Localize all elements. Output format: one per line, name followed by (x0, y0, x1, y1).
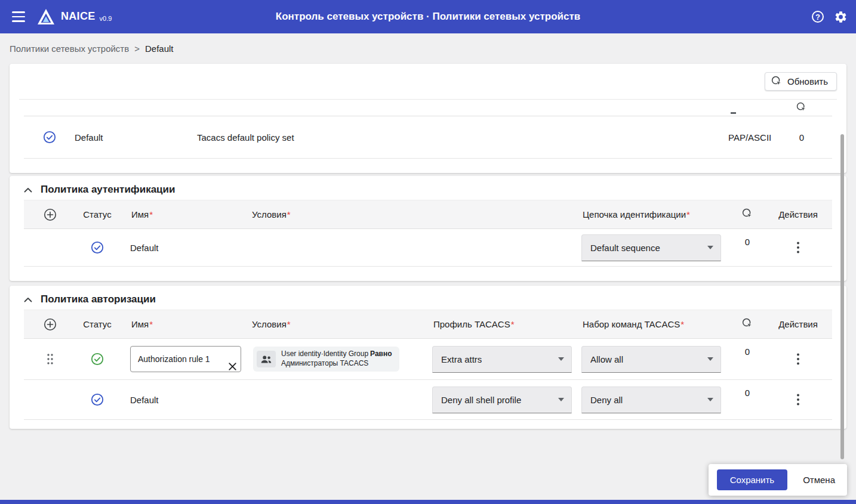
tacacs-profile-select[interactable]: Extra attrs (432, 346, 572, 373)
row-actions-menu-button[interactable] (795, 391, 802, 408)
command-set-select[interactable]: Deny all (581, 386, 721, 413)
authorization-table-header: Статус Имя* Условия* Профиль TACACS* Наб… (24, 310, 832, 339)
authorization-rule-row: User identity·Identity GroupРавно Админи… (24, 339, 832, 380)
authorization-rule-row: Default Deny all shell profile Deny all … (24, 380, 832, 420)
topbar: NAICE v0.9 Контроль сетевых устройств · … (0, 0, 856, 33)
page-title: Контроль сетевых устройств · Политики се… (276, 11, 580, 23)
rule-hits: 0 (745, 339, 750, 357)
bottom-bar-edge (0, 500, 856, 504)
chevron-down-icon (558, 357, 564, 361)
column-header-command-set: Набор команд TACACS* (581, 319, 731, 329)
brand-name: NAICE (61, 10, 96, 23)
section-title: Политика аутентификации (41, 184, 175, 196)
topbar-right: ? (812, 10, 848, 24)
plus-circle-icon (44, 208, 57, 221)
section-title: Политика авторизации (41, 293, 156, 305)
cancel-button[interactable]: Отмена (802, 471, 836, 488)
status-ok-icon (91, 241, 104, 254)
column-header-name: Имя* (118, 209, 251, 219)
clipped-header-text-fragment (731, 112, 736, 114)
status-ok-icon (91, 353, 104, 366)
column-header-status: Статус (83, 209, 111, 219)
identity-chain-select[interactable]: Default sequence (581, 234, 721, 261)
policy-set-protocols: PAP/ASCII (728, 132, 787, 143)
select-value: Deny all (590, 395, 623, 405)
clear-input-icon[interactable] (228, 362, 237, 371)
breadcrumb-current: Default (145, 44, 174, 54)
breadcrumb-separator: > (134, 44, 140, 54)
hits-icon (771, 76, 783, 87)
settings-gear-icon[interactable] (834, 10, 848, 24)
column-header-conditions: Условия* (251, 319, 432, 329)
save-button[interactable]: Сохранить (717, 469, 788, 490)
select-value: Allow all (590, 354, 623, 364)
rule-name: Default (118, 395, 251, 405)
row-actions-menu-button[interactable] (795, 351, 802, 367)
select-value: Default sequence (590, 243, 660, 253)
column-header-actions: Действия (778, 319, 818, 329)
menu-hamburger-icon[interactable] (8, 8, 29, 25)
add-rule-button[interactable] (41, 206, 59, 224)
condition-text: User identity·Identity GroupРавно Админи… (281, 350, 392, 368)
chevron-up-icon (24, 297, 32, 302)
policy-set-description: Tacacs default policy set (197, 132, 728, 143)
column-header-conditions: Условия* (251, 209, 581, 219)
kebab-icon (797, 353, 799, 365)
brand-version: v0.9 (100, 15, 112, 22)
column-header-status: Статус (83, 319, 111, 329)
chevron-up-icon (24, 187, 32, 193)
hits-icon (742, 208, 753, 221)
plus-circle-icon (44, 318, 57, 331)
authentication-table: Статус Имя* Условия* Цепочка идентификац… (24, 200, 832, 267)
rule-name: Default (118, 243, 251, 253)
help-icon[interactable]: ? (812, 11, 824, 23)
policy-set-table-clipped-header (24, 100, 832, 116)
authorization-policy-card: Политика авторизации Статус Имя* Условия… (10, 286, 846, 429)
select-value: Extra attrs (441, 354, 482, 364)
column-header-actions: Действия (778, 209, 818, 219)
row-actions-menu-button[interactable] (795, 239, 802, 256)
scrollbar-thumb[interactable] (840, 134, 844, 459)
chevron-down-icon (707, 398, 713, 401)
column-header-identity-chain: Цепочка идентификации* (581, 209, 731, 219)
hits-icon (742, 318, 753, 331)
naice-logo-icon (37, 8, 55, 25)
column-header-tacacs-profile: Профиль TACACS* (432, 319, 581, 329)
kebab-icon (797, 394, 799, 406)
authorization-table: Статус Имя* Условия* Профиль TACACS* Наб… (24, 310, 832, 420)
breadcrumb: Политики сетевых устройств > Default (0, 33, 856, 64)
authentication-table-header: Статус Имя* Условия* Цепочка идентификац… (24, 200, 832, 229)
policy-set-name: Default (75, 132, 197, 143)
chevron-down-icon (707, 246, 713, 249)
breadcrumb-root-link[interactable]: Политики сетевых устройств (10, 44, 129, 54)
policy-set-hits: 0 (799, 132, 804, 143)
chevron-down-icon (558, 398, 564, 401)
authentication-section-header: Политика аутентификации (10, 176, 846, 190)
collapse-section-button[interactable] (23, 186, 33, 194)
drag-handle-icon[interactable] (44, 350, 56, 368)
hits-icon (796, 102, 807, 115)
condition-chip[interactable]: User identity·Identity GroupРавно Админи… (253, 347, 399, 371)
status-ok-icon (43, 131, 56, 144)
status-ok-icon (91, 393, 104, 406)
select-value: Deny all shell profile (441, 395, 521, 405)
policy-set-row[interactable]: Default Tacacs default policy set PAP/AS… (24, 116, 832, 159)
tacacs-profile-select[interactable]: Deny all shell profile (432, 386, 572, 413)
rule-hits: 0 (745, 380, 750, 398)
command-set-select[interactable]: Allow all (581, 346, 721, 373)
refresh-button[interactable]: Обновить (765, 72, 837, 91)
footer-action-bar: Сохранить Отмена (709, 464, 847, 496)
column-header-name: Имя* (118, 319, 251, 329)
identity-group-icon (257, 351, 276, 367)
card-toolbar: Обновить (19, 64, 837, 100)
chevron-down-icon (707, 357, 713, 361)
authentication-rule-row: Default Default sequence 0 (24, 229, 832, 267)
authentication-policy-card: Политика аутентификации Статус Имя* Усло… (10, 176, 846, 281)
topbar-left: NAICE v0.9 (8, 8, 112, 25)
refresh-label: Обновить (787, 76, 828, 86)
collapse-section-button[interactable] (23, 296, 33, 304)
rule-hits: 0 (745, 229, 750, 247)
kebab-icon (797, 242, 799, 253)
rule-name-input[interactable] (130, 346, 241, 372)
add-rule-button[interactable] (41, 316, 59, 333)
